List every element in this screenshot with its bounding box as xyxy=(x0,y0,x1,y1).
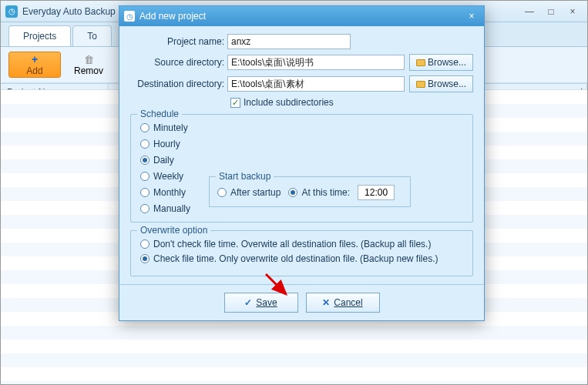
add-button[interactable]: + Add xyxy=(8,52,61,78)
project-name-label: Project name: xyxy=(130,36,227,47)
browse-source-button[interactable]: Browse... xyxy=(409,54,473,71)
radio-minutely[interactable]: Minutely xyxy=(140,122,190,133)
tab-projects[interactable]: Projects xyxy=(8,25,71,46)
source-dir-label: Source directory: xyxy=(130,57,227,68)
browse-dest-button[interactable]: Browse... xyxy=(409,75,473,92)
radio-overwrite-all[interactable]: Don't check file time. Overwite all dest… xyxy=(140,239,463,249)
minimize-button[interactable]: — xyxy=(519,5,539,18)
dialog-icon: ◷ xyxy=(124,11,135,22)
add-project-dialog: ◷ Add new project × Project name: Source… xyxy=(119,5,485,321)
project-name-input[interactable] xyxy=(227,34,351,49)
maximize-button[interactable]: □ xyxy=(541,5,561,18)
start-backup-fieldset: Start backup After startup At this time: xyxy=(209,176,411,207)
dialog-footer: ✓Save ✕Cancel xyxy=(119,284,484,320)
folder-icon xyxy=(416,81,425,88)
radio-weekly[interactable]: Weekly xyxy=(140,171,190,182)
x-icon: ✕ xyxy=(322,297,330,308)
remove-button[interactable]: 🗑 Remov xyxy=(62,52,115,78)
radio-hourly[interactable]: Hourly xyxy=(140,139,190,149)
source-dir-input[interactable] xyxy=(227,55,405,70)
schedule-fieldset: Schedule Minutely Hourly Daily Weekly Mo… xyxy=(130,114,473,223)
dialog-title: Add new project xyxy=(139,11,464,22)
overwrite-legend: Overwrite option xyxy=(137,225,210,236)
folder-icon xyxy=(416,59,425,66)
plus-icon: + xyxy=(32,53,38,65)
radio-after-startup[interactable]: After startup xyxy=(217,187,281,198)
cancel-button[interactable]: ✕Cancel xyxy=(306,293,380,313)
radio-monthly[interactable]: Monthly xyxy=(140,187,190,198)
tab-tools[interactable]: To xyxy=(72,25,112,46)
app-icon: ◷ xyxy=(5,5,18,18)
dest-dir-input[interactable] xyxy=(227,76,405,92)
radio-manually[interactable]: Manually xyxy=(140,203,190,214)
radio-at-this-time[interactable]: At this time: xyxy=(288,187,350,198)
radio-daily[interactable]: Daily xyxy=(140,155,190,166)
start-backup-legend: Start backup xyxy=(216,171,274,182)
remove-label: Remov xyxy=(74,65,103,76)
dest-dir-label: Destination directory: xyxy=(130,79,227,89)
include-sub-label: Include subdirectories xyxy=(244,97,334,108)
trash-icon: 🗑 xyxy=(84,54,94,65)
include-sub-checkbox[interactable]: ✓ xyxy=(230,98,240,108)
overwrite-fieldset: Overwrite option Don't check file time. … xyxy=(130,230,473,276)
dialog-close-button[interactable]: × xyxy=(464,10,479,22)
add-label: Add xyxy=(26,65,42,76)
close-button[interactable]: × xyxy=(563,5,583,18)
time-input[interactable] xyxy=(358,185,395,200)
check-icon: ✓ xyxy=(244,297,252,308)
schedule-legend: Schedule xyxy=(137,109,182,119)
dialog-titlebar[interactable]: ◷ Add new project × xyxy=(119,6,484,26)
save-button[interactable]: ✓Save xyxy=(224,293,298,313)
radio-overwrite-new[interactable]: Check file time. Only overwrite old dest… xyxy=(140,253,463,264)
